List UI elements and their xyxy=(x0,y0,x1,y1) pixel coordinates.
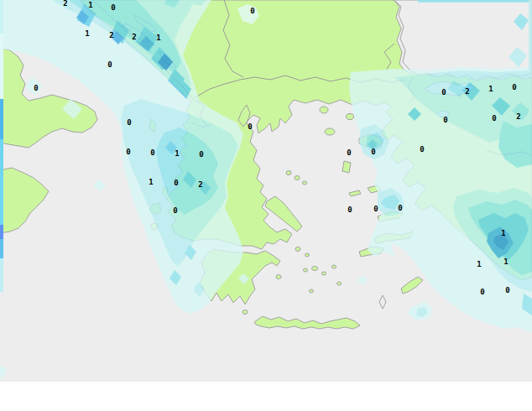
grid-value-label: 0 xyxy=(34,85,38,92)
grid-value-label: 0 xyxy=(248,123,252,131)
grid-value-label: 1 xyxy=(175,150,179,158)
grid-value-label: 0 xyxy=(398,205,402,212)
legend-footer: Precipitation [mm] ECMWF 0.10.5125101520… xyxy=(0,382,532,411)
grid-value-label: 2 xyxy=(63,0,67,8)
grid-value-label: 2 xyxy=(198,181,202,189)
land-limnos xyxy=(325,128,335,135)
grid-value-label: 0 xyxy=(371,148,375,156)
grid-value-label: 0 xyxy=(441,89,446,96)
grid-value-label: 1 xyxy=(85,30,89,38)
grid-value-label: 0 xyxy=(443,117,447,124)
grid-value-label: 0 xyxy=(373,206,378,213)
grid-value-label: 0 xyxy=(174,179,178,187)
grid-value-label: 0 xyxy=(107,61,112,69)
grid-value-label: 1 xyxy=(88,2,92,9)
grid-value-label: 2 xyxy=(132,34,136,41)
grid-value-label: 0 xyxy=(347,206,352,214)
grid-value-label: 1 xyxy=(156,34,160,42)
grid-value-label: 0 xyxy=(480,289,484,296)
grid-value-label: 0 xyxy=(111,4,115,12)
grid-value-label: 2 xyxy=(516,113,520,121)
grid-value-label: 1 xyxy=(488,86,493,93)
grid-value-label: 0 xyxy=(492,115,496,122)
grid-value-label: 0 xyxy=(127,119,131,127)
grid-value-label: 0 xyxy=(173,207,177,215)
grid-value-label: 0 xyxy=(250,8,254,15)
grid-value-label: 0 xyxy=(505,287,509,294)
grid-value-label: 0 xyxy=(126,148,130,156)
weather-map-page: 21001221000210002000010000102000011100 P… xyxy=(0,0,532,411)
grid-value-label: 1 xyxy=(503,258,508,266)
land-thasos xyxy=(320,107,328,113)
grid-value-label: 0 xyxy=(512,84,516,91)
grid-value-label: 0 xyxy=(347,149,351,157)
grid-value-label: 0 xyxy=(150,149,154,157)
grid-value-label: 1 xyxy=(149,179,153,186)
left-edge-precip-strip xyxy=(0,0,3,292)
grid-value-label: 2 xyxy=(109,32,113,39)
land-samothraki xyxy=(347,114,354,120)
land-chios xyxy=(342,161,351,173)
map-canvas xyxy=(0,0,532,382)
grid-value-label: 0 xyxy=(199,151,203,159)
grid-value-label: 1 xyxy=(501,230,505,237)
grid-value-label: 2 xyxy=(465,88,469,96)
grid-value-label: 0 xyxy=(420,146,424,153)
grid-value-label: 1 xyxy=(477,261,481,268)
